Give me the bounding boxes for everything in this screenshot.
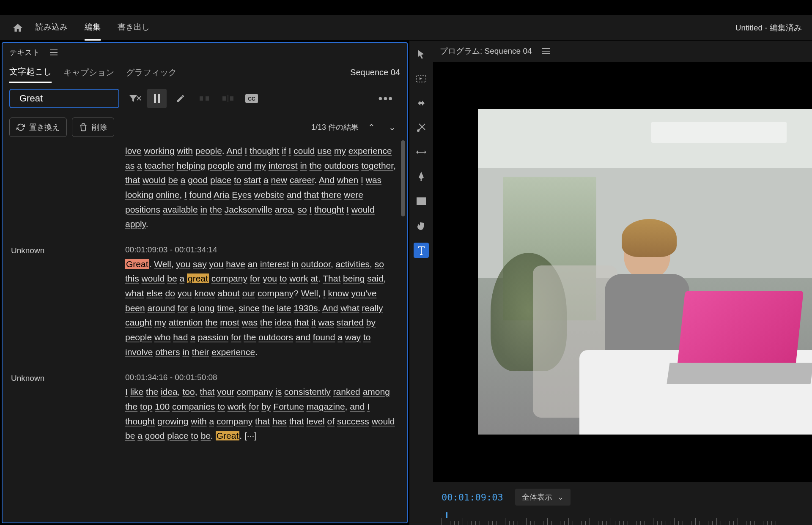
scrollbar-thumb[interactable] — [401, 140, 405, 216]
segment-text[interactable]: I like the idea, too, that your company … — [125, 385, 398, 443]
svg-point-16 — [420, 179, 422, 181]
svg-point-15 — [417, 130, 419, 131]
ripple-icon — [416, 99, 426, 107]
svg-rect-6 — [158, 94, 160, 103]
svg-rect-10 — [228, 95, 228, 102]
type-icon — [417, 246, 425, 255]
speaker-label[interactable]: Unknown — [11, 245, 125, 359]
program-panel: プログラム: Sequence 04 — [433, 41, 812, 525]
selection-tool[interactable] — [414, 46, 429, 62]
prev-result-button[interactable]: ⌃ — [364, 122, 379, 132]
split-button[interactable] — [218, 89, 238, 108]
slip-icon — [416, 149, 426, 156]
svg-rect-1 — [50, 52, 58, 53]
transcript-segment: Unknown00:01:09:03 - 00:01:34:14Great. W… — [11, 245, 398, 359]
pencil-icon — [176, 94, 185, 103]
panel-menu-icon[interactable] — [50, 49, 58, 55]
home-icon — [12, 22, 23, 33]
program-menu-icon[interactable] — [542, 48, 550, 54]
timeline-ruler[interactable] — [442, 512, 804, 525]
filter-icon — [128, 93, 138, 104]
transcript-body[interactable]: love working with people. And I thought … — [3, 140, 407, 522]
type-tool[interactable] — [414, 243, 429, 258]
svg-rect-18 — [542, 48, 550, 49]
tab-graphic[interactable]: グラフィック — [126, 63, 177, 82]
tab-transcript[interactable]: 文字起こし — [9, 62, 52, 83]
delete-label: 削除 — [92, 122, 107, 132]
replace-label: 置き換え — [29, 122, 60, 132]
svg-rect-8 — [206, 96, 209, 101]
track-select-tool[interactable] — [414, 71, 429, 86]
nav-tab-import[interactable]: 読み込み — [36, 15, 68, 41]
split-icon — [222, 94, 233, 103]
hand-tool[interactable] — [414, 218, 429, 233]
view-mode-select[interactable]: 全体表示 ⌄ — [515, 489, 571, 506]
segment-timestamp[interactable]: 00:01:34:16 - 00:01:50:08 — [125, 373, 398, 382]
text-panel: テキスト 文字起こし キャプション グラフィック Sequence 04 ✕ — [2, 42, 408, 523]
slip-tool[interactable] — [414, 145, 429, 160]
playhead[interactable] — [446, 512, 447, 518]
main-nav-bar: 読み込み 編集 書き出し Untitled - 編集済み — [0, 15, 812, 41]
speaker-label[interactable]: Unknown — [11, 373, 125, 443]
filter-button[interactable] — [123, 89, 143, 108]
search-input[interactable] — [19, 93, 136, 104]
panel-label-text: テキスト — [9, 47, 40, 57]
svg-rect-11 — [230, 96, 233, 101]
nav-tab-export[interactable]: 書き出し — [118, 15, 150, 41]
nav-tab-edit[interactable]: 編集 — [85, 15, 101, 41]
razor-icon — [417, 123, 426, 132]
segment-text[interactable]: Great. Well, you say you have an interes… — [125, 257, 398, 359]
current-timecode[interactable]: 00:01:09:03 — [442, 492, 503, 503]
rectangle-tool[interactable] — [414, 194, 429, 209]
more-options-button[interactable]: ••• — [372, 92, 400, 105]
segment-text[interactable]: love working with people. And I thought … — [125, 144, 398, 232]
program-label: プログラム: Sequence 04 — [440, 46, 532, 57]
ripple-tool[interactable] — [414, 96, 429, 111]
merge-button[interactable] — [195, 89, 214, 108]
pen-tool[interactable] — [414, 169, 429, 184]
delete-button[interactable]: 削除 — [72, 118, 114, 137]
transcript-segment: Unknown00:01:34:16 - 00:01:50:08I like t… — [11, 373, 398, 443]
hand-icon — [417, 221, 426, 231]
pause-icon — [153, 94, 161, 103]
edit-button[interactable] — [171, 89, 190, 108]
replace-button[interactable]: 置き換え — [9, 118, 67, 137]
svg-rect-19 — [542, 51, 550, 52]
razor-tool[interactable] — [414, 120, 429, 135]
view-mode-label: 全体表示 — [522, 492, 552, 502]
pen-icon — [417, 172, 425, 182]
speaker-label[interactable] — [11, 144, 125, 232]
svg-rect-9 — [222, 96, 226, 101]
chevron-down-icon: ⌄ — [557, 492, 564, 502]
rectangle-icon — [417, 197, 426, 205]
trash-icon — [79, 123, 88, 131]
svg-rect-0 — [50, 49, 58, 50]
svg-text:CC: CC — [248, 96, 255, 102]
svg-rect-7 — [200, 96, 203, 101]
search-results-count: 1/13 件の結果 — [311, 122, 359, 132]
segment-timestamp[interactable]: 00:01:09:03 - 00:01:34:14 — [125, 245, 398, 254]
home-button[interactable] — [10, 20, 25, 36]
search-box[interactable]: ✕ — [9, 89, 119, 108]
project-title: Untitled - 編集済み — [735, 22, 802, 33]
track-icon — [416, 75, 426, 82]
cc-button[interactable]: CC — [242, 89, 261, 108]
video-frame — [478, 109, 812, 435]
video-viewport[interactable] — [433, 62, 812, 482]
transcript-segment: love working with people. And I thought … — [11, 144, 398, 232]
pause-marks-button[interactable] — [147, 89, 167, 108]
sequence-name: Sequence 04 — [350, 68, 400, 77]
cursor-icon — [417, 49, 425, 59]
tab-caption[interactable]: キャプション — [63, 63, 114, 82]
next-result-button[interactable]: ⌄ — [384, 122, 400, 132]
svg-rect-2 — [50, 55, 58, 55]
tool-strip — [409, 41, 433, 525]
svg-rect-5 — [154, 94, 156, 103]
svg-rect-17 — [417, 197, 426, 205]
merge-icon — [199, 94, 210, 103]
svg-rect-20 — [542, 53, 550, 54]
refresh-icon — [16, 123, 25, 131]
cc-icon: CC — [245, 94, 258, 103]
